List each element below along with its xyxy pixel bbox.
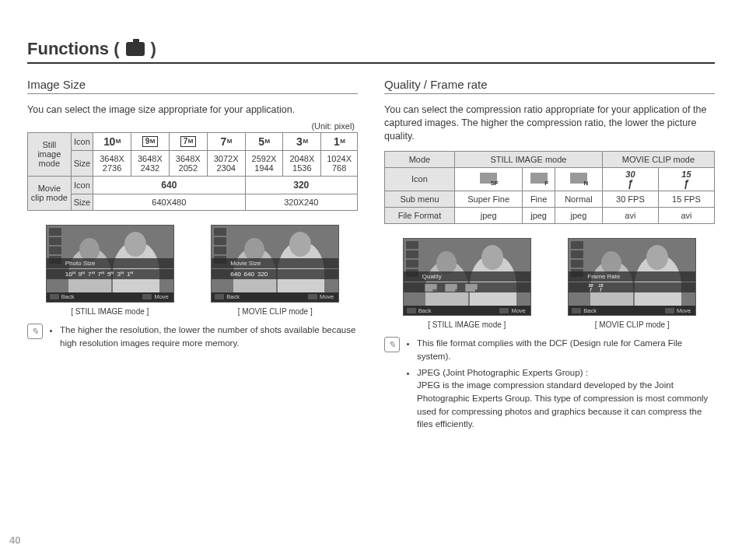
h-mode: Mode bbox=[385, 151, 455, 167]
movie-size-320: 320X240 bbox=[245, 194, 357, 210]
lcd-caption: [ STILL IMAGE mode ] bbox=[428, 320, 506, 329]
row-icon-2: Icon bbox=[71, 176, 93, 194]
back-label: Back bbox=[418, 307, 432, 314]
icon-30fps: 30ƒ bbox=[602, 167, 658, 191]
back-label: Back bbox=[61, 293, 75, 300]
note-icon: ✎ bbox=[27, 324, 43, 339]
page-number: 40 bbox=[9, 534, 20, 546]
menu-icon bbox=[572, 308, 581, 313]
quality-table: Mode STILL IMAGE mode MOVIE CLIP mode Ic… bbox=[384, 151, 715, 225]
move-label: Move bbox=[320, 293, 334, 300]
menu-icon bbox=[50, 294, 59, 299]
movie-icon-320: 320 bbox=[245, 176, 357, 194]
movie-mode-label: Movie clip mode bbox=[28, 176, 72, 210]
lcd-caption: [ MOVIE CLIP mode ] bbox=[238, 307, 313, 316]
lcd-banner: Frame Rate bbox=[569, 271, 695, 282]
note-body: JPEG is the image compression standard d… bbox=[417, 379, 715, 431]
lcd-banner: Movie Size bbox=[212, 258, 338, 268]
icon-9m: 9M bbox=[131, 132, 169, 150]
lcd-caption: [ STILL IMAGE mode ] bbox=[71, 307, 149, 316]
note-item: This file format complies with the DCF (… bbox=[417, 337, 715, 362]
size-3: 3072X 2304 bbox=[207, 150, 245, 176]
row-size-2: Size bbox=[71, 194, 93, 210]
dpad-icon bbox=[142, 294, 152, 299]
menu-icon bbox=[215, 294, 224, 299]
lcd-options-row: 10ᴹ9ᴹ7ᴹ7ᴹ5ᴹ3ᴹ1ᴹ bbox=[47, 269, 173, 279]
sub-1: Fine bbox=[523, 191, 555, 208]
image-size-table: Still image mode Icon 10M 9M 7M 7M 5M 3M… bbox=[27, 132, 358, 211]
move-label: Move bbox=[677, 307, 691, 314]
page-title: Functions ( ) bbox=[27, 39, 715, 64]
lcd-quality-still: Quality Back Move bbox=[403, 238, 531, 316]
camera-fn-icon bbox=[126, 42, 145, 56]
move-label: Move bbox=[154, 293, 168, 300]
title-prefix: Functions ( bbox=[27, 39, 120, 59]
intro-text: You can select the compression ratio app… bbox=[384, 103, 715, 143]
h-still: STILL IMAGE mode bbox=[454, 151, 602, 167]
unit-label: (Unit: pixel) bbox=[27, 121, 358, 131]
back-label: Back bbox=[583, 307, 597, 314]
h-sub: Sub menu bbox=[385, 191, 455, 208]
dpad-icon bbox=[665, 308, 674, 313]
icon-superfine bbox=[454, 167, 522, 191]
sub-3: 30 FPS bbox=[602, 191, 658, 208]
section-heading: Image Size bbox=[27, 78, 358, 94]
note-list: The higher the resolution, the lower the… bbox=[49, 324, 358, 352]
size-6: 1024X 768 bbox=[321, 150, 358, 176]
size-4: 2592X 1944 bbox=[245, 150, 283, 176]
intro-text: You can select the image size appropriat… bbox=[27, 103, 358, 117]
title-suffix: ) bbox=[151, 39, 156, 59]
lcd-banner: Photo Size bbox=[47, 258, 173, 268]
lcd-options-row bbox=[404, 282, 530, 292]
h-file: File Format bbox=[385, 208, 455, 224]
icon-7m-b: 7M bbox=[207, 132, 245, 150]
size-5: 2048X 1536 bbox=[283, 150, 321, 176]
movie-size-640: 640X480 bbox=[93, 194, 245, 210]
icon-10m: 10M bbox=[93, 132, 131, 150]
size-1: 3648X 2432 bbox=[131, 150, 169, 176]
h-icon: Icon bbox=[385, 167, 455, 191]
icon-1m: 1M bbox=[321, 132, 358, 150]
size-2: 3648X 2052 bbox=[169, 150, 207, 176]
file-3: avi bbox=[602, 208, 658, 224]
dpad-icon bbox=[308, 294, 317, 299]
note-list: This file format complies with the DCF (… bbox=[406, 337, 715, 434]
back-label: Back bbox=[226, 293, 240, 300]
dpad-icon bbox=[499, 308, 509, 313]
h-movie: MOVIE CLIP mode bbox=[602, 151, 714, 167]
row-icon: Icon bbox=[71, 132, 93, 150]
icon-7m-a: 7M bbox=[169, 132, 207, 150]
file-0: jpeg bbox=[454, 208, 522, 224]
movie-icon-640: 640 bbox=[93, 176, 245, 194]
file-1: jpeg bbox=[523, 208, 555, 224]
file-2: jpeg bbox=[555, 208, 602, 224]
icon-5m: 5M bbox=[245, 132, 283, 150]
icon-15fps: 15ƒ bbox=[658, 167, 714, 191]
move-label: Move bbox=[511, 307, 525, 314]
menu-icon bbox=[407, 308, 416, 313]
col-quality: Quality / Frame rate You can select the … bbox=[384, 78, 715, 434]
lcd-caption: [ MOVIE CLIP mode ] bbox=[595, 320, 670, 329]
still-mode-label: Still image mode bbox=[28, 132, 72, 176]
lcd-banner: Quality bbox=[404, 271, 530, 282]
lcd-options-row: 640640320 bbox=[212, 269, 338, 279]
note-item: JPEG (Joint Photographic Experts Group) … bbox=[417, 366, 715, 431]
lcd-movie-clip: Movie Size 640640320 Back Move bbox=[211, 225, 339, 303]
row-size: Size bbox=[71, 150, 93, 176]
section-heading: Quality / Frame rate bbox=[384, 78, 715, 94]
sub-4: 15 FPS bbox=[658, 191, 714, 208]
sub-2: Normal bbox=[555, 191, 602, 208]
lcd-options-row: 30ƒ 15ƒ bbox=[569, 282, 695, 292]
file-4: avi bbox=[658, 208, 714, 224]
lcd-framerate-movie: Frame Rate 30ƒ 15ƒ Back Move bbox=[568, 238, 696, 316]
note-item: The higher the resolution, the lower the… bbox=[60, 324, 358, 349]
icon-normal bbox=[555, 167, 602, 191]
note-icon: ✎ bbox=[384, 337, 400, 352]
lcd-still-image: Photo Size 10ᴹ9ᴹ7ᴹ7ᴹ5ᴹ3ᴹ1ᴹ Back Move bbox=[46, 225, 174, 303]
col-image-size: Image Size You can select the image size… bbox=[27, 78, 358, 434]
sub-0: Super Fine bbox=[454, 191, 522, 208]
icon-fine bbox=[523, 167, 555, 191]
size-0: 3648X 2736 bbox=[93, 150, 131, 176]
icon-3m: 3M bbox=[283, 132, 321, 150]
